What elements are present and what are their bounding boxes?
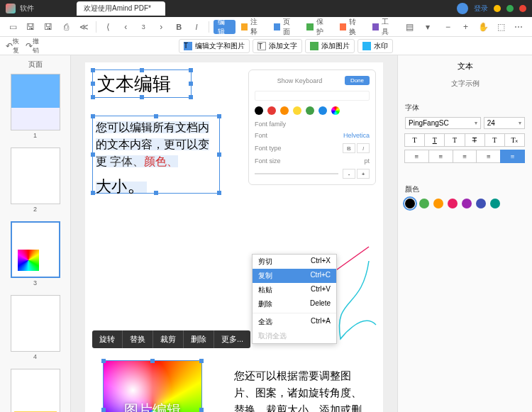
font-size-label: Font size [255, 157, 281, 165]
color-blue[interactable] [318, 106, 327, 115]
title-selection[interactable]: 文本编辑 [92, 69, 192, 98]
thumbnail-5[interactable]: 5 [11, 369, 60, 412]
size-plus[interactable]: + [357, 169, 370, 179]
canvas[interactable]: 文本编辑 您可以编辑所有文档内的文本内容，更可以变更 字体、颜色、大小。 Sho… [71, 55, 397, 412]
add-text-button[interactable]: T添加文字 [253, 39, 302, 53]
img-replace[interactable]: 替换 [123, 330, 153, 348]
window-close[interactable] [519, 5, 526, 12]
align-center[interactable]: ≡ [428, 150, 453, 163]
open-icon[interactable]: ▭ [6, 20, 21, 34]
title-text: 文本编辑 [93, 70, 191, 98]
annotate-button[interactable]: 注释 [238, 16, 268, 38]
page: 文本编辑 您可以编辑所有文档内的文本内容，更可以变更 字体、颜色、大小。 Sho… [85, 62, 383, 412]
edit-icon: T [184, 42, 192, 50]
thumbnail-2[interactable]: 2 [11, 147, 60, 213]
app-icon [6, 4, 16, 13]
form-icon[interactable]: ▤ [402, 20, 417, 34]
page-num[interactable]: 3 [136, 20, 151, 34]
color-orange[interactable] [280, 106, 289, 115]
align-left[interactable]: ≡ [404, 150, 429, 163]
window-minimize[interactable] [494, 5, 501, 12]
share-icon[interactable]: ≪ [77, 20, 92, 34]
undo-button[interactable]: ↶ 恢复 [6, 39, 21, 53]
align-distribute[interactable]: ≡ [500, 150, 525, 163]
ctx-cut[interactable]: 剪切Ctrl+X [253, 255, 336, 269]
pcolor-pink[interactable] [448, 199, 458, 208]
img-more[interactable]: 更多... [214, 330, 250, 348]
ctx-paste[interactable]: 粘贴Ctrl+V [253, 283, 336, 297]
main-toolbar: ▭ 🖫 🖫 ⎙ ≪ ⟨ ‹ 3 › B I 编辑 注释 页面 保护 转换 工具 … [0, 17, 532, 37]
bold-button[interactable]: B [172, 20, 187, 34]
img-delete[interactable]: 删除 [184, 330, 214, 348]
pcolor-black[interactable] [405, 199, 415, 208]
color-green[interactable] [306, 106, 314, 115]
size-slider[interactable]: -+ [255, 169, 370, 179]
login-label[interactable]: 登录 [474, 4, 488, 13]
pcolor-purple[interactable] [462, 199, 472, 208]
user-avatar[interactable] [457, 3, 468, 14]
save-icon[interactable]: 🖫 [23, 20, 38, 34]
color-rainbow[interactable] [331, 106, 340, 115]
align-right[interactable]: ≡ [453, 150, 477, 163]
style-t5[interactable]: T [484, 133, 505, 147]
watermark-button[interactable]: 水印 [358, 39, 393, 53]
done-button[interactable]: Done [345, 76, 370, 85]
img-rotate[interactable]: 旋转 [92, 330, 123, 348]
edit-text-image-button[interactable]: T编辑文字和图片 [179, 39, 250, 53]
convert-button[interactable]: 转换 [337, 16, 367, 38]
dropdown-icon[interactable]: ▾ [420, 20, 435, 34]
print-icon[interactable]: ⎙ [59, 20, 74, 34]
add-image-button[interactable]: 添加图片 [305, 39, 355, 53]
zoom-in-icon[interactable]: + [458, 20, 473, 34]
crop-icon[interactable]: ⬚ [494, 20, 509, 34]
font-family-select[interactable]: PingFangSC▾ [405, 117, 481, 129]
pcolor-indigo[interactable] [476, 199, 486, 208]
page-button[interactable]: 页面 [271, 16, 301, 38]
popover-title: Show Keyboard [255, 77, 345, 84]
color-yellow[interactable] [293, 106, 301, 115]
save-as-icon[interactable]: 🖫 [41, 20, 56, 34]
pcolor-teal[interactable] [490, 199, 500, 208]
prev-page-icon[interactable]: ‹ [118, 20, 133, 34]
thumbnail-4[interactable]: 4 [11, 295, 60, 360]
ctx-delete[interactable]: 删除Delete [253, 297, 336, 311]
align-justify[interactable]: ≡ [476, 150, 501, 163]
window-maximize[interactable] [506, 5, 514, 12]
style-t3[interactable]: T [444, 133, 465, 147]
style-strike[interactable]: T̶ [465, 133, 485, 147]
size-minus[interactable]: - [343, 169, 355, 179]
image-selection[interactable]: 图片编辑 [103, 360, 202, 412]
edit-mode-button[interactable]: 编辑 [214, 20, 235, 34]
image-icon [310, 42, 318, 50]
ctx-copy[interactable]: 复制Ctrl+C [253, 269, 336, 283]
hand-icon[interactable]: ✋ [476, 20, 491, 34]
first-page-icon[interactable]: ⟨ [101, 20, 116, 34]
img-crop[interactable]: 裁剪 [153, 330, 184, 348]
tools-button[interactable]: 工具 [370, 16, 399, 38]
panel-color-swatches [405, 199, 525, 208]
color-red[interactable] [267, 106, 276, 115]
font-value[interactable]: Helvetica [343, 132, 370, 139]
font-size-select[interactable]: 24▾ [484, 117, 525, 129]
title-bar: 软件 欢迎使用Amind PDF* 登录 [0, 0, 532, 17]
thumbnail-3[interactable]: 3 [11, 221, 60, 286]
pcolor-green[interactable] [419, 199, 429, 208]
italic-button[interactable]: I [189, 20, 204, 34]
ctx-select-all[interactable]: 全选Ctrl+A [253, 315, 336, 329]
italic-toggle[interactable]: I [357, 143, 370, 153]
zoom-out-icon[interactable]: − [440, 20, 455, 34]
more-icon[interactable]: ⋯ [511, 20, 526, 34]
document-tab[interactable]: 欢迎使用Amind PDF* [77, 1, 165, 16]
protect-button[interactable]: 保护 [304, 16, 333, 38]
redo-button[interactable]: ↷ 撤销 [26, 39, 41, 53]
thumbnail-1[interactable]: 1 [11, 74, 60, 139]
color-black[interactable] [255, 106, 263, 115]
bold-toggle[interactable]: B [343, 143, 355, 153]
style-t1[interactable]: T [404, 133, 425, 147]
body-selection[interactable]: 您可以编辑所有文档内的文本内容，更可以变更 字体、颜色、大小。 [92, 116, 220, 194]
style-sub[interactable]: Tₓ [504, 133, 525, 147]
next-page-icon[interactable]: › [154, 20, 169, 34]
style-t2[interactable]: T [424, 133, 445, 147]
body-text: 您可以编辑所有文档内的文本内容，更可以变更 字体、颜色、大小。 [96, 121, 209, 194]
pcolor-orange[interactable] [433, 199, 443, 208]
